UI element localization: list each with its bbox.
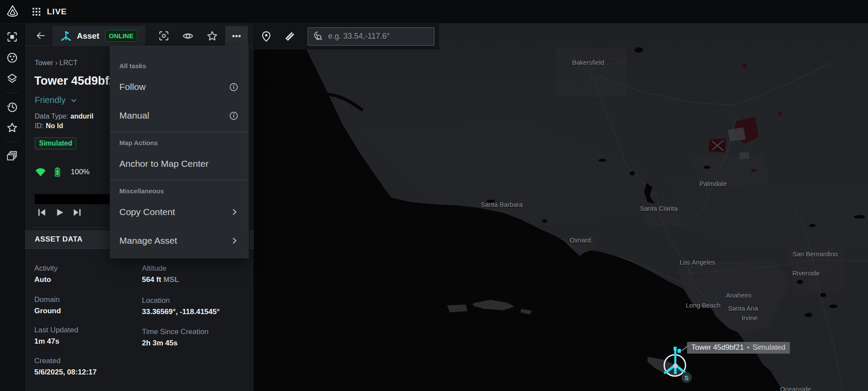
field-time-since-creation: Time Since Creation 2h 3m 45s [142, 328, 246, 348]
menu-item-anchor-to-map-center[interactable]: Anchor to Map Center [110, 149, 249, 178]
sidebar-item-layers[interactable] [3, 70, 21, 87]
affiliation-dropdown[interactable]: Friendly [35, 95, 78, 105]
field-location: Location 33.36569°, -118.41545° [142, 296, 246, 316]
menu-section-header: Miscellaneous [119, 187, 239, 195]
layers-icon [6, 73, 18, 85]
id-value: No Id [46, 122, 63, 129]
favorite-button[interactable] [201, 26, 224, 46]
menu-divider [110, 132, 249, 132]
anduril-logo-icon [5, 4, 20, 19]
wifi-signal-icon [35, 167, 46, 177]
map-label-city: Santa Barbara [481, 201, 523, 208]
skip-start-icon [36, 207, 47, 218]
grid-icon [32, 7, 41, 16]
history-icon [6, 101, 18, 113]
battery-icon [52, 166, 63, 178]
field-created: Created 5/6/2025, 08:12:17 [34, 357, 138, 377]
connectivity-row: 100% [35, 166, 89, 178]
search-location-icon [312, 31, 324, 42]
arrow-left-icon [35, 30, 46, 41]
field-altitude: Altitude 564 ftMSL [142, 264, 246, 284]
watch-button[interactable] [177, 26, 199, 46]
map-label-city: Santa Ana [728, 305, 758, 312]
asset-panel-header: Asset ONLINE [25, 26, 254, 46]
info-icon [228, 110, 239, 121]
map-label-city: Los Angeles [680, 258, 715, 266]
map-label-city: Riverside [792, 269, 820, 277]
tooltip-status: Simulated [753, 343, 786, 351]
asset-meta: Data Type:anduril ID:No Id [35, 112, 93, 131]
sidebar-item-entities[interactable] [3, 49, 21, 66]
skip-to-start-button[interactable] [36, 207, 47, 218]
back-button[interactable] [33, 30, 47, 42]
data-type-value: anduril [70, 113, 93, 120]
rail-divider [5, 93, 20, 93]
tooltip-separator: • [747, 343, 750, 351]
skip-to-end-button[interactable] [72, 207, 82, 218]
menu-section-header: Map Actions [119, 139, 239, 146]
status-badge-online: ONLINE [105, 30, 138, 42]
rail-divider [5, 142, 20, 142]
menu-item-manage-asset[interactable]: Manage Asset [110, 226, 249, 255]
map-canvas[interactable] [254, 23, 868, 391]
asset-tooltip: Tower 45d9bf21•Simulated [687, 342, 790, 354]
skip-end-icon [72, 207, 82, 218]
menu-item-follow[interactable]: Follow [110, 73, 249, 101]
sidebar-item-history[interactable] [3, 98, 21, 116]
map-pin-icon [260, 30, 272, 42]
live-mode-label: LIVE [47, 7, 67, 17]
simulated-badge: Simulated [35, 137, 76, 149]
map-toolbar [254, 23, 439, 50]
field-activity: Activity Auto [34, 264, 138, 284]
menu-item-manual[interactable]: Manual [110, 101, 249, 130]
sidebar-item-favorites[interactable] [3, 119, 21, 136]
id-label: ID: [35, 122, 43, 129]
simulated-marker-badge: S [681, 372, 692, 383]
menu-divider [110, 180, 249, 180]
page-title: Tower 45d9bf21 [34, 74, 122, 88]
star-icon [6, 122, 18, 134]
map-label-city: Santa Clarita [640, 205, 678, 212]
map-label-city: Anaheim [726, 292, 751, 299]
asset-tab[interactable]: Asset ONLINE [53, 26, 145, 46]
chevron-down-icon [69, 96, 78, 105]
windows-stack-icon [6, 150, 18, 162]
field-last-updated: Last Updated 1m 47s [34, 326, 138, 346]
top-bar: LIVE [0, 0, 868, 23]
measure-button[interactable] [281, 28, 298, 45]
app-grid-button[interactable] [32, 7, 41, 16]
map-basemap [254, 23, 868, 391]
entities-icon [6, 52, 18, 64]
coordinate-search [308, 27, 434, 46]
chevron-right-icon [230, 207, 239, 217]
drop-pin-button[interactable] [257, 28, 275, 45]
play-button[interactable] [54, 207, 65, 218]
map-label-city: San Bernardino [792, 250, 838, 258]
search-input[interactable] [327, 31, 434, 41]
map-label-city: Oxnard [569, 236, 591, 244]
tooltip-asset-name: Tower 45d9bf21 [691, 343, 744, 351]
panel-title-label: Asset [77, 31, 99, 41]
focus-frame-icon [6, 31, 18, 43]
tower-icon [60, 30, 72, 42]
playback-controls [36, 207, 82, 218]
more-options-button[interactable] [225, 26, 248, 46]
chevron-right-icon [230, 236, 239, 245]
sidebar-item-windows[interactable] [3, 147, 21, 165]
ruler-icon [284, 30, 296, 42]
info-icon [228, 82, 239, 93]
menu-section-header: All tasks [119, 62, 239, 70]
map-label-city: Bakersfield [572, 59, 604, 66]
sidebar-item-focus[interactable] [3, 28, 21, 46]
app-root: Bakersfield Palmdale Santa Barbara Santa… [0, 0, 868, 391]
focus-entity-button[interactable] [152, 26, 175, 46]
ellipsis-icon [230, 30, 243, 42]
map-label-city: Irvine [742, 314, 758, 321]
battery-percent: 100% [71, 168, 89, 176]
eye-icon [182, 30, 194, 42]
more-options-menu: All tasks Follow Manual Map Actions Anch… [110, 46, 249, 258]
field-domain: Domain Ground [34, 295, 138, 315]
star-icon [206, 30, 218, 42]
focus-entity-icon [158, 30, 170, 42]
menu-item-copy-content[interactable]: Copy Content [110, 198, 249, 226]
